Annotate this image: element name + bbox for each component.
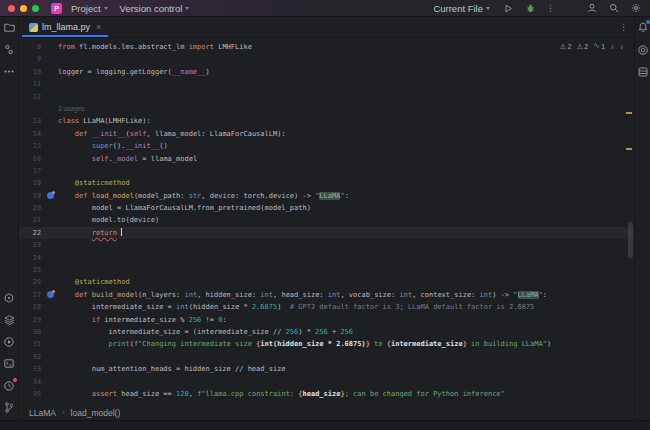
code-token: model.to(device) [58,216,159,224]
code-token: (). [113,142,126,150]
gutter [45,53,58,65]
run-play-icon[interactable] [502,2,515,15]
minimize-window-button[interactable] [20,5,27,12]
code-line[interactable]: 16 self._model = llama_model [19,153,634,165]
clock-icon[interactable] [3,379,16,392]
code-line[interactable]: 31 print(f"Changing intermediate size {i… [19,338,634,350]
line-number: 27 [19,289,45,301]
code-token: , context_size: [412,291,479,299]
code-line[interactable]: 28 intermediate_size = int(hidden_size *… [19,301,634,313]
close-window-button[interactable] [8,5,15,12]
more-horizontal-icon[interactable] [3,65,16,78]
user-icon[interactable] [585,2,598,15]
tab-close-icon[interactable]: × [96,22,101,32]
code-text: model.to(device) [58,214,159,226]
line-number: 10 [19,66,45,78]
project-menu[interactable]: Project [68,2,111,15]
notification-badge [646,20,650,24]
breadcrumb-separator: › [62,408,65,417]
git-branch-icon[interactable] [3,401,16,414]
warning-count-b[interactable]: ⚠ 2 [576,43,588,50]
code-line[interactable]: 30 intermediate_size = (intermediate_siz… [19,326,634,338]
services-icon[interactable] [3,291,16,304]
usages-inlay-hint[interactable]: 3 usages [58,105,84,112]
code-editor[interactable]: 8from fl.models.lms.abstract_lm import L… [19,38,634,404]
code-line[interactable]: 18 @staticmethod [19,177,634,189]
chevron-down-icon [185,7,189,10]
warning-stripe-mark[interactable] [626,148,632,150]
gutter [45,338,58,350]
code-line[interactable]: 32 [19,351,634,363]
run-circle-icon[interactable] [3,335,16,348]
ai-gutter-icon[interactable] [47,192,54,199]
code-token: 256 [286,328,299,336]
run-configuration-selector[interactable]: Current File [430,2,493,15]
tab-options-kebab-icon[interactable]: ⋮ [619,22,628,32]
code-token: self [92,155,109,163]
debug-bug-icon[interactable] [524,2,537,15]
version-control-menu[interactable]: Version control [117,2,193,15]
code-line[interactable]: 15 super().__init__() [19,140,634,152]
packages-stack-icon[interactable] [3,313,16,326]
ai-gutter-icon[interactable] [47,291,54,298]
folder-icon[interactable] [3,21,16,34]
code-line[interactable]: 27 def build_model(n_layers: int, hidden… [19,289,634,301]
code-line[interactable]: 9 [19,53,634,65]
search-icon[interactable] [607,2,620,15]
code-token: 2.6875 [252,303,277,311]
code-line[interactable]: 24 [19,252,634,264]
gear-icon[interactable] [629,2,642,15]
gutter [45,227,58,239]
code-line[interactable]: 35 assert head_size == 128, f"llama.cpp … [19,388,634,400]
code-token: @staticmethod [75,278,130,286]
code-line[interactable]: 12 [19,91,634,103]
code-line[interactable]: 29 if intermediate_size % 256 != 0: [19,314,634,326]
code-line[interactable]: 11 [19,78,634,90]
code-line[interactable]: 8from fl.models.lms.abstract_lm import L… [19,41,634,53]
code-token: 256 [189,316,202,324]
code-line[interactable]: 33 num_attention_heads = hidden_size // … [19,363,634,375]
code-token: 256 [340,328,353,336]
code-line[interactable]: 3 usages [19,103,634,115]
database-icon[interactable] [636,65,649,78]
breadcrumb-method[interactable]: load_model() [71,408,121,418]
code-token: __init__ [92,130,126,138]
code-token: print [109,340,130,348]
code-line[interactable]: 22 return [19,227,634,239]
code-line[interactable]: 19 def load_model(model_path: str, devic… [19,190,634,202]
notifications-bell-icon[interactable] [636,21,649,34]
maximize-window-button[interactable] [32,5,39,12]
ai-assistant-icon[interactable] [636,43,649,56]
inspections-widget[interactable]: ⚠ 2 ⚠ 2 ∿ 1 ∧ ∨ [560,42,624,50]
typo-count[interactable]: ∿ 1 [593,42,605,50]
code-line[interactable]: 17 [19,165,634,177]
warning-stripe-mark[interactable] [626,112,632,114]
gutter [45,276,58,288]
code-line[interactable]: 13class LLaMA(LMHFLike): [19,115,634,127]
code-line[interactable]: 21 model.to(device) [19,214,634,226]
terminal-icon[interactable] [3,357,16,370]
code-line[interactable]: 26 @staticmethod [19,276,634,288]
code-text: intermediate_size = (intermediate_size /… [58,326,353,338]
code-token: self [130,130,147,138]
breadcrumb-class[interactable]: LLaMA [29,408,56,418]
tab-lm-llama-py[interactable]: lm_llama.py × [22,17,108,37]
code-line[interactable]: 14 def __init__(self, llama_model: Llama… [19,128,634,140]
code-text: def __init__(self, llama_model: LlamaFor… [58,128,286,140]
code-line[interactable]: 20 model = LlamaForCausalLM.from_pretrai… [19,202,634,214]
warning-count-a[interactable]: ⚠ 2 [560,43,572,50]
code-token: fl.models.lms.abstract_lm [75,43,189,51]
code-token: + [328,328,341,336]
line-number: 23 [19,239,45,251]
code-line[interactable]: 25 [19,264,634,276]
previous-problem-icon[interactable]: ∧ [610,43,614,50]
code-text: if intermediate_size % 256 != 0: [58,314,227,326]
code-line[interactable]: 34 [19,376,634,388]
code-line[interactable]: 23 [19,239,634,251]
code-line[interactable]: 10logger = logging.getLogger(__name__) [19,66,634,78]
code-token: 256 [315,328,328,336]
kebab-menu-icon[interactable]: ⋮ [546,3,555,13]
commit-icon[interactable] [3,43,16,56]
editor-scrollbar-thumb[interactable] [628,222,633,258]
next-problem-icon[interactable]: ∨ [620,43,624,50]
